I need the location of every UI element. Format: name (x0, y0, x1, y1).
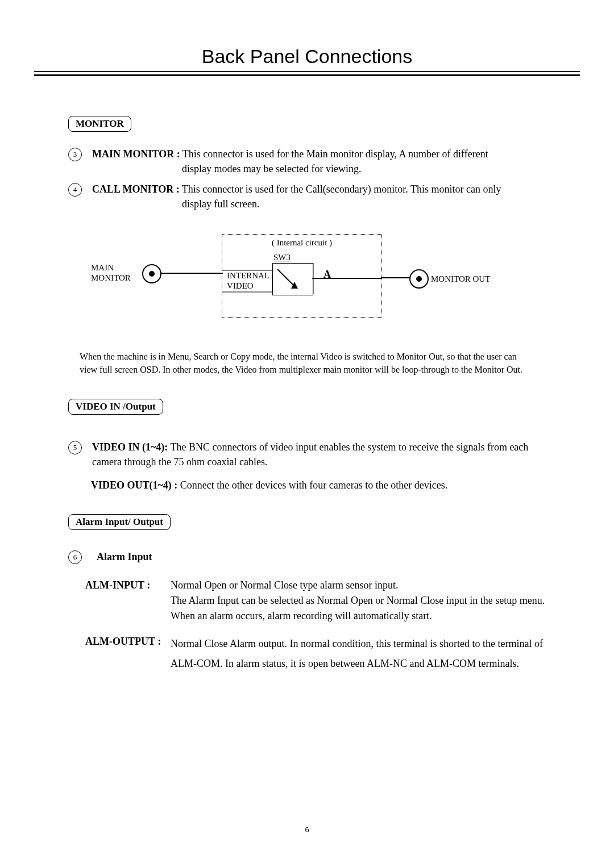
text-call-monitor-1: This connector is used for the Call(seco… (180, 183, 501, 195)
text-main-monitor-1: This connector is used for the Main moni… (180, 148, 488, 160)
item-alarm-input-head: 6 Alarm Input (68, 549, 546, 564)
diag-label-sw3: SW3 (273, 253, 291, 262)
item-video-out: VIDEO OUT(1~4) : Connect the other devic… (91, 479, 546, 491)
bnc-connector-icon (142, 264, 161, 283)
text-alm-output: Normal Close Alarm output. In normal con… (171, 634, 546, 673)
label-alm-input: ALM-INPUT : (85, 578, 171, 593)
row-alm-output: ALM-OUTPUT : Normal Close Alarm output. … (85, 634, 546, 673)
title-rule (34, 71, 580, 76)
label-call-monitor: CALL MONITOR : (92, 183, 180, 195)
item-body: VIDEO IN (1~4): The BNC connectors of vi… (92, 440, 546, 469)
num-circle-4: 4 (68, 183, 82, 197)
text-video-out: Connect the other devices with four came… (177, 479, 447, 491)
section-badge-alarm: Alarm Input/ Output (68, 514, 171, 530)
svg-marker-5 (291, 282, 298, 289)
text-main-monitor-2: display modes may be selected for viewin… (182, 161, 488, 176)
page-content: MONITOR 3 MAIN MONITOR : This connector … (34, 116, 580, 673)
item-main-monitor: 3 MAIN MONITOR : This connector is used … (68, 147, 546, 176)
text-alm-input: Normal Open or Normal Close type alarm s… (171, 578, 546, 624)
page-number: 6 (0, 825, 614, 834)
switch-icon (273, 264, 313, 295)
wire-line (222, 270, 272, 293)
alarm-input-head: Alarm Input (97, 551, 152, 563)
monitor-note: When the machine is in Menu, Search or C… (68, 350, 546, 376)
item-body: CALL MONITOR : This connector is used fo… (92, 182, 501, 211)
label-video-in: VIDEO IN (1~4): (92, 441, 168, 453)
num-circle-6: 6 (68, 550, 82, 564)
switch-box (272, 263, 313, 295)
section-badge-video-io: VIDEO IN /Output (68, 399, 163, 415)
item-body: MAIN MONITOR : This connector is used fo… (92, 147, 488, 176)
wire-line (312, 263, 314, 294)
internal-circuit-box: ( Internal circuit ) SW3 INTERNAL VIDEO (222, 234, 382, 318)
num-circle-3: 3 (68, 148, 82, 161)
num-circle-5: 5 (68, 441, 82, 454)
page-title: Back Panel Connections (34, 45, 580, 68)
bnc-dot-icon (149, 271, 155, 277)
diag-label-main-monitor: MAIN MONITOR (91, 262, 131, 283)
item-call-monitor: 4 CALL MONITOR : This connector is used … (68, 182, 546, 211)
label-main-monitor: MAIN MONITOR : (92, 148, 180, 160)
row-alm-input: ALM-INPUT : Normal Open or Normal Close … (85, 578, 546, 624)
bnc-connector-icon (409, 269, 429, 289)
diag-label-internal-circuit: ( Internal circuit ) (222, 238, 381, 248)
wire-line (381, 277, 409, 279)
svg-line-4 (277, 269, 294, 286)
document-page: Back Panel Connections MONITOR 3 MAIN MO… (0, 0, 614, 868)
text-call-monitor-2: display full screen. (182, 197, 501, 211)
label-video-out: VIDEO OUT(1~4) : (91, 479, 177, 491)
section-badge-monitor: MONITOR (68, 116, 131, 132)
wire-line (312, 277, 381, 279)
wire-line (160, 272, 223, 274)
diag-label-monitor-out: MONITOR OUT (431, 274, 490, 284)
item-video-in: 5 VIDEO IN (1~4): The BNC connectors of … (68, 440, 546, 469)
bnc-dot-icon (416, 276, 422, 282)
label-alm-output: ALM-OUTPUT : (85, 634, 171, 649)
circuit-diagram: MAIN MONITOR ( Internal circuit ) SW3 IN… (91, 231, 546, 333)
